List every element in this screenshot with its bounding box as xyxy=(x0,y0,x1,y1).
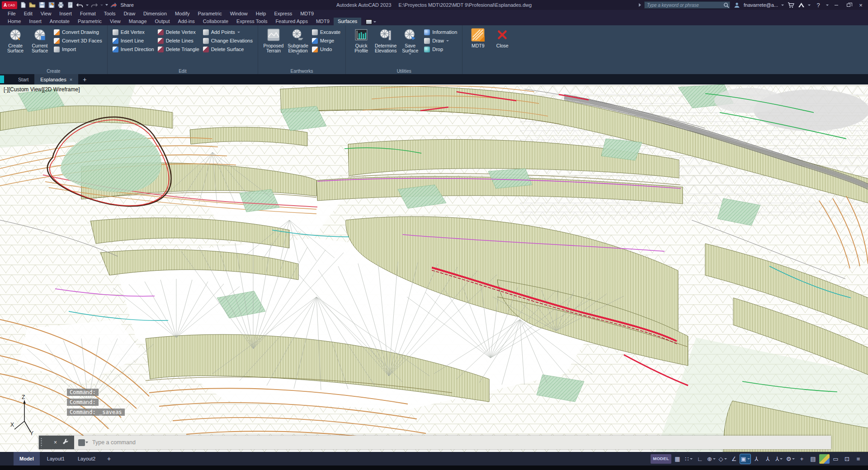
command-recent-icon[interactable] xyxy=(78,439,85,446)
tab-collaborate[interactable]: Collaborate xyxy=(199,18,232,25)
menu-view[interactable]: View xyxy=(37,11,56,16)
panel-label-edit[interactable]: Edit xyxy=(108,69,258,74)
save-as-icon[interactable] xyxy=(48,1,55,9)
viewport-controls-label[interactable]: [-][Custom View][2D Wireframe] xyxy=(4,86,80,93)
restore-button[interactable] xyxy=(844,1,853,9)
tab-output[interactable]: Output xyxy=(151,18,174,25)
change-elevations-button[interactable]: Change Elevations xyxy=(203,38,253,44)
menu-help[interactable]: Help xyxy=(252,11,270,16)
ribbon-display-options[interactable] xyxy=(366,19,376,25)
subgrade-elevation-caret[interactable] xyxy=(297,53,299,55)
undo-icon[interactable] xyxy=(76,1,84,9)
tab-express-tools[interactable]: Express Tools xyxy=(232,18,271,25)
search-icon[interactable] xyxy=(722,1,730,9)
draw-caret[interactable] xyxy=(446,40,449,42)
delete-triangle-button[interactable]: Delete Triangle xyxy=(158,47,199,52)
object-snap-tracking-toggle[interactable]: ∠ xyxy=(729,454,739,464)
annotation-monitor-toggle[interactable]: + xyxy=(797,454,807,464)
menu-window[interactable]: Window xyxy=(226,11,252,16)
customize-status-bar-button[interactable]: ≡ xyxy=(853,454,863,464)
help-search-input[interactable] xyxy=(645,3,722,8)
annotation-autoscale-toggle[interactable]: ⅄ xyxy=(763,454,773,464)
layout-tab-layout2[interactable]: Layout2 xyxy=(72,452,101,465)
menu-parametric[interactable]: Parametric xyxy=(193,11,226,16)
user-menu-caret[interactable] xyxy=(781,5,784,6)
current-surface-button[interactable]: Current Surface xyxy=(28,27,52,67)
qat-customize-caret[interactable] xyxy=(105,4,108,6)
edit-vertex-button[interactable]: Edit Vertex xyxy=(113,29,154,35)
mdt9-button[interactable]: MDT9 xyxy=(466,27,490,67)
create-surface-button[interactable]: Create Surface xyxy=(3,27,28,67)
layout-tab-layout1[interactable]: Layout1 xyxy=(41,452,71,465)
doc-tab-start[interactable]: Start xyxy=(12,74,34,85)
tab-parametric[interactable]: Parametric xyxy=(74,18,106,25)
undo-caret[interactable] xyxy=(86,5,89,6)
clean-screen-toggle[interactable]: ⊡ xyxy=(842,454,852,464)
save-icon[interactable] xyxy=(38,1,46,9)
layout-tab-model[interactable]: Model xyxy=(14,452,40,465)
delete-vertex-button[interactable]: Delete Vertex xyxy=(158,29,199,35)
menu-modify[interactable]: Modify xyxy=(171,11,193,16)
tab-add-ins[interactable]: Add-ins xyxy=(174,18,199,25)
tab-mdt9[interactable]: MDT9 xyxy=(312,18,334,25)
polar-tracking-toggle[interactable]: ⊕ xyxy=(706,454,717,464)
quick-profile-button[interactable]: Quick Profile xyxy=(349,27,373,67)
help-icon[interactable]: ? xyxy=(814,1,823,9)
merge-button[interactable]: Merge xyxy=(312,38,340,44)
ortho-mode-toggle[interactable]: ∟ xyxy=(695,454,705,464)
object-snap-toggle[interactable]: ▣ xyxy=(740,454,750,464)
panel-label-earthworks[interactable]: Earthworks xyxy=(258,69,345,74)
menu-draw[interactable]: Draw xyxy=(119,11,139,16)
tab-surfaces[interactable]: Surfaces xyxy=(334,18,361,25)
model-space-badge[interactable]: MODEL xyxy=(651,454,671,464)
menu-file[interactable]: File xyxy=(4,11,20,16)
app-store-cart-icon[interactable] xyxy=(787,1,794,9)
save-surface-button[interactable]: Save Surface xyxy=(398,27,422,67)
undo-earthworks-button[interactable]: Undo xyxy=(312,47,340,52)
grid-display-toggle[interactable]: ▦ xyxy=(672,454,683,464)
determine-elevations-button[interactable]: Determine Elevations xyxy=(373,27,398,67)
autodesk-menu-caret[interactable] xyxy=(808,5,811,6)
close-window-button[interactable]: × xyxy=(856,1,865,9)
tab-home[interactable]: Home xyxy=(4,18,25,25)
command-customize-wrench-icon[interactable] xyxy=(62,438,69,446)
snap-mode-toggle[interactable]: ∷ xyxy=(684,454,694,464)
quick-properties-toggle[interactable]: ▤ xyxy=(808,454,818,464)
doc-tab-close-icon[interactable]: × xyxy=(70,77,72,82)
tab-insert[interactable]: Insert xyxy=(25,18,46,25)
menu-dimension[interactable]: Dimension xyxy=(139,11,171,16)
menu-edit[interactable]: Edit xyxy=(20,11,37,16)
command-input[interactable] xyxy=(92,439,827,446)
doc-tab-esplanades[interactable]: Esplanades × xyxy=(34,74,78,85)
redo-icon[interactable] xyxy=(91,1,98,9)
drawing-viewport[interactable]: [-][Custom View][2D Wireframe] Z X Y Com… xyxy=(0,85,868,452)
tab-view[interactable]: View xyxy=(106,18,125,25)
file-tab-overflow-accent[interactable] xyxy=(0,75,4,83)
excavate-button[interactable]: Excavate xyxy=(312,29,340,35)
delete-lines-button[interactable]: Delete Lines xyxy=(158,38,199,44)
help-search-box[interactable] xyxy=(644,1,730,9)
signed-in-user[interactable]: fnavarrete@a... xyxy=(744,2,778,8)
save-surface-caret[interactable] xyxy=(409,53,411,55)
share-icon[interactable] xyxy=(110,1,118,9)
menu-mdt9[interactable]: MDT9 xyxy=(296,11,318,16)
graphics-performance-toggle[interactable]: ▭ xyxy=(830,454,841,464)
panel-label-create[interactable]: Create xyxy=(0,69,107,74)
help-menu-caret[interactable] xyxy=(826,5,829,6)
user-avatar-icon[interactable] xyxy=(733,1,741,9)
redo-caret[interactable] xyxy=(100,5,103,6)
autodesk-logo-icon[interactable] xyxy=(797,1,805,9)
autocad-logo[interactable]: A CAD xyxy=(2,1,17,9)
open-icon[interactable] xyxy=(29,1,36,9)
information-button[interactable]: Information xyxy=(424,29,457,35)
add-points-button[interactable]: Add Points xyxy=(203,29,253,35)
command-input-field[interactable] xyxy=(74,436,831,449)
drop-button[interactable]: Drop xyxy=(424,47,457,52)
annotation-visibility-toggle[interactable]: ⅄ xyxy=(751,454,762,464)
import-button[interactable]: Import xyxy=(54,47,102,52)
isodraft-toggle[interactable]: ◇ xyxy=(717,454,728,464)
menu-insert[interactable]: Insert xyxy=(55,11,76,16)
delete-surface-button[interactable]: Delete Surface xyxy=(203,47,253,52)
publish-icon[interactable] xyxy=(67,1,74,9)
menu-express[interactable]: Express xyxy=(270,11,296,16)
